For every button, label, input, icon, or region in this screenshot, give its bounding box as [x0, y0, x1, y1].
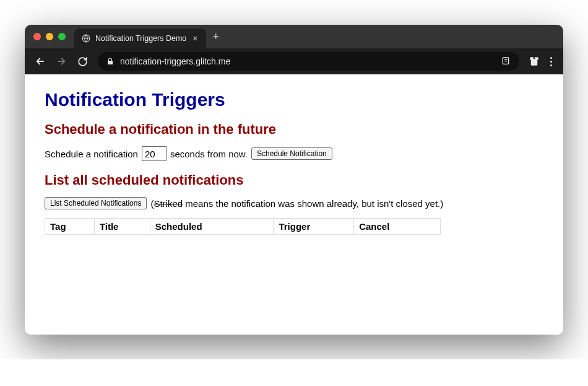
- globe-icon: [82, 34, 90, 43]
- lock-icon: [106, 58, 114, 65]
- back-button[interactable]: [31, 52, 50, 71]
- col-title: Title: [94, 219, 150, 235]
- reload-button[interactable]: [73, 52, 92, 71]
- schedule-notification-button[interactable]: Schedule Notification: [251, 147, 332, 160]
- note-striked: Striked: [153, 198, 183, 209]
- browser-tab[interactable]: Notification Triggers Demo ×: [74, 29, 206, 48]
- col-scheduled: Scheduled: [150, 219, 274, 235]
- section-heading-list: List all scheduled notifications: [45, 172, 543, 188]
- maximize-window-icon[interactable]: [58, 33, 66, 40]
- schedule-prefix: Schedule a notification: [45, 149, 138, 159]
- seconds-input[interactable]: [142, 146, 166, 161]
- toolbar: notification-triggers.glitch.me: [25, 48, 563, 74]
- window-controls: [33, 33, 66, 40]
- tab-title: Notification Triggers Demo: [95, 34, 186, 43]
- section-heading-schedule: Schedule a notification in the future: [45, 121, 543, 138]
- close-window-icon[interactable]: [33, 33, 41, 40]
- notifications-table: Tag Title Scheduled Trigger Cancel: [45, 218, 441, 235]
- titlebar: Notification Triggers Demo × +: [25, 25, 563, 48]
- list-row: List Scheduled Notifications (Striked me…: [45, 197, 543, 209]
- note: (Striked means the notification was show…: [150, 198, 443, 209]
- reader-mode-icon[interactable]: [501, 56, 511, 68]
- col-cancel: Cancel: [354, 219, 441, 235]
- col-trigger: Trigger: [274, 219, 354, 235]
- browser-menu-button[interactable]: [545, 57, 557, 66]
- schedule-suffix: seconds from now.: [170, 149, 248, 159]
- address-bar[interactable]: notification-triggers.glitch.me: [98, 52, 519, 71]
- minimize-window-icon[interactable]: [46, 33, 53, 40]
- new-tab-button[interactable]: +: [206, 31, 225, 42]
- extension-icon[interactable]: [525, 53, 543, 70]
- schedule-row: Schedule a notification seconds from now…: [45, 146, 543, 161]
- close-tab-icon[interactable]: ×: [191, 34, 199, 43]
- url-text: notification-triggers.glitch.me: [120, 56, 495, 66]
- browser-window: Notification Triggers Demo × + notificat…: [25, 25, 563, 335]
- table-header-row: Tag Title Scheduled Trigger Cancel: [45, 219, 441, 235]
- list-notifications-button[interactable]: List Scheduled Notifications: [45, 197, 147, 209]
- page-title: Notification Triggers: [45, 89, 543, 110]
- page-content: Notification Triggers Schedule a notific…: [25, 74, 563, 335]
- note-rest: means the notification was shown already…: [183, 198, 443, 209]
- col-tag: Tag: [45, 219, 95, 235]
- forward-button[interactable]: [52, 52, 71, 71]
